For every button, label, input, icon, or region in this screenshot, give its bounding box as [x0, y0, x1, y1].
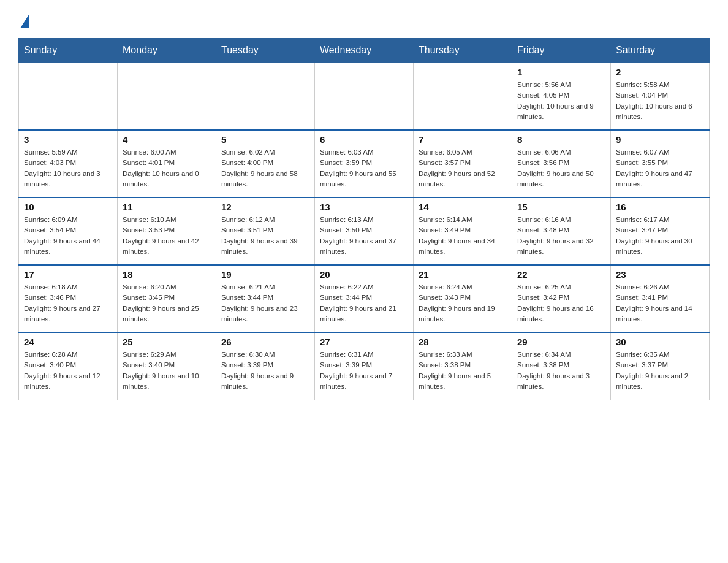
day-info: Sunrise: 6:13 AMSunset: 3:50 PMDaylight:… [320, 215, 408, 257]
logo [18, 12, 29, 26]
day-info: Sunrise: 5:58 AMSunset: 4:04 PMDaylight:… [616, 80, 704, 122]
calendar-cell: 15Sunrise: 6:16 AMSunset: 3:48 PMDayligh… [512, 197, 611, 265]
day-number: 7 [419, 134, 507, 145]
day-number: 24 [24, 337, 112, 347]
day-number: 19 [221, 269, 309, 280]
calendar-cell: 27Sunrise: 6:31 AMSunset: 3:39 PMDayligh… [315, 332, 414, 400]
weekday-header-sunday: Sunday [19, 39, 118, 63]
day-number: 13 [320, 202, 408, 212]
calendar-cell: 7Sunrise: 6:05 AMSunset: 3:57 PMDaylight… [414, 130, 512, 197]
calendar-cell: 17Sunrise: 6:18 AMSunset: 3:46 PMDayligh… [19, 265, 118, 332]
day-info: Sunrise: 6:06 AMSunset: 3:56 PMDaylight:… [517, 147, 605, 190]
day-number: 16 [616, 202, 704, 212]
day-info: Sunrise: 6:35 AMSunset: 3:37 PMDaylight:… [616, 350, 704, 392]
day-info: Sunrise: 6:26 AMSunset: 3:41 PMDaylight:… [616, 282, 704, 324]
day-number: 18 [123, 269, 211, 280]
day-info: Sunrise: 6:31 AMSunset: 3:39 PMDaylight:… [320, 350, 408, 392]
day-info: Sunrise: 6:05 AMSunset: 3:57 PMDaylight:… [419, 147, 507, 190]
calendar-cell: 14Sunrise: 6:14 AMSunset: 3:49 PMDayligh… [414, 197, 512, 265]
day-info: Sunrise: 6:29 AMSunset: 3:40 PMDaylight:… [123, 350, 211, 392]
calendar-cell: 19Sunrise: 6:21 AMSunset: 3:44 PMDayligh… [216, 265, 315, 332]
weekday-header-friday: Friday [512, 39, 611, 63]
calendar-cell: 3Sunrise: 5:59 AMSunset: 4:03 PMDaylight… [19, 130, 118, 197]
day-info: Sunrise: 6:12 AMSunset: 3:51 PMDaylight:… [221, 215, 309, 257]
calendar-cell: 12Sunrise: 6:12 AMSunset: 3:51 PMDayligh… [216, 197, 315, 265]
weekday-header-tuesday: Tuesday [216, 39, 315, 63]
day-info: Sunrise: 6:07 AMSunset: 3:55 PMDaylight:… [616, 147, 704, 190]
logo-triangle-icon [20, 15, 29, 28]
day-number: 22 [517, 269, 605, 280]
calendar-cell: 25Sunrise: 6:29 AMSunset: 3:40 PMDayligh… [118, 332, 216, 400]
day-number: 29 [517, 337, 605, 347]
day-number: 26 [221, 337, 309, 347]
day-info: Sunrise: 6:30 AMSunset: 3:39 PMDaylight:… [221, 350, 309, 392]
weekday-header-row: SundayMondayTuesdayWednesdayThursdayFrid… [19, 39, 710, 63]
day-number: 30 [616, 337, 704, 347]
day-number: 2 [616, 67, 704, 77]
calendar-cell: 28Sunrise: 6:33 AMSunset: 3:38 PMDayligh… [414, 332, 512, 400]
calendar-cell: 29Sunrise: 6:34 AMSunset: 3:38 PMDayligh… [512, 332, 611, 400]
day-number: 9 [616, 134, 704, 145]
day-info: Sunrise: 6:02 AMSunset: 4:00 PMDaylight:… [221, 147, 309, 190]
calendar-cell: 10Sunrise: 6:09 AMSunset: 3:54 PMDayligh… [19, 197, 118, 265]
day-info: Sunrise: 6:21 AMSunset: 3:44 PMDaylight:… [221, 282, 309, 324]
weekday-header-saturday: Saturday [611, 39, 710, 63]
calendar-table: SundayMondayTuesdayWednesdayThursdayFrid… [18, 38, 710, 400]
calendar-cell: 8Sunrise: 6:06 AMSunset: 3:56 PMDaylight… [512, 130, 611, 197]
day-number: 21 [419, 269, 507, 280]
day-info: Sunrise: 6:25 AMSunset: 3:42 PMDaylight:… [517, 282, 605, 324]
day-info: Sunrise: 6:03 AMSunset: 3:59 PMDaylight:… [320, 147, 408, 190]
calendar-cell: 16Sunrise: 6:17 AMSunset: 3:47 PMDayligh… [611, 197, 710, 265]
calendar-week-row: 1Sunrise: 5:56 AMSunset: 4:05 PMDaylight… [19, 63, 710, 130]
day-info: Sunrise: 6:00 AMSunset: 4:01 PMDaylight:… [123, 147, 211, 190]
day-info: Sunrise: 6:09 AMSunset: 3:54 PMDaylight:… [24, 215, 112, 257]
day-info: Sunrise: 6:22 AMSunset: 3:44 PMDaylight:… [320, 282, 408, 324]
day-number: 5 [221, 134, 309, 145]
calendar-cell: 5Sunrise: 6:02 AMSunset: 4:00 PMDaylight… [216, 130, 315, 197]
weekday-header-wednesday: Wednesday [315, 39, 414, 63]
calendar-cell: 4Sunrise: 6:00 AMSunset: 4:01 PMDaylight… [118, 130, 216, 197]
calendar-cell: 22Sunrise: 6:25 AMSunset: 3:42 PMDayligh… [512, 265, 611, 332]
calendar-cell: 9Sunrise: 6:07 AMSunset: 3:55 PMDaylight… [611, 130, 710, 197]
calendar-cell [118, 63, 216, 130]
day-number: 10 [24, 202, 112, 212]
calendar-week-row: 3Sunrise: 5:59 AMSunset: 4:03 PMDaylight… [19, 130, 710, 197]
day-number: 14 [419, 202, 507, 212]
day-info: Sunrise: 6:17 AMSunset: 3:47 PMDaylight:… [616, 215, 704, 257]
day-number: 11 [123, 202, 211, 212]
day-info: Sunrise: 6:20 AMSunset: 3:45 PMDaylight:… [123, 282, 211, 324]
calendar-cell: 11Sunrise: 6:10 AMSunset: 3:53 PMDayligh… [118, 197, 216, 265]
calendar-week-row: 17Sunrise: 6:18 AMSunset: 3:46 PMDayligh… [19, 265, 710, 332]
day-info: Sunrise: 5:56 AMSunset: 4:05 PMDaylight:… [517, 80, 605, 122]
day-info: Sunrise: 6:34 AMSunset: 3:38 PMDaylight:… [517, 350, 605, 392]
calendar-cell: 23Sunrise: 6:26 AMSunset: 3:41 PMDayligh… [611, 265, 710, 332]
calendar-cell: 20Sunrise: 6:22 AMSunset: 3:44 PMDayligh… [315, 265, 414, 332]
day-info: Sunrise: 6:16 AMSunset: 3:48 PMDaylight:… [517, 215, 605, 257]
calendar-week-row: 10Sunrise: 6:09 AMSunset: 3:54 PMDayligh… [19, 197, 710, 265]
calendar-cell: 1Sunrise: 5:56 AMSunset: 4:05 PMDaylight… [512, 63, 611, 130]
day-number: 3 [24, 134, 112, 145]
day-info: Sunrise: 6:28 AMSunset: 3:40 PMDaylight:… [24, 350, 112, 392]
calendar-cell: 2Sunrise: 5:58 AMSunset: 4:04 PMDaylight… [611, 63, 710, 130]
day-info: Sunrise: 6:10 AMSunset: 3:53 PMDaylight:… [123, 215, 211, 257]
calendar-cell [414, 63, 512, 130]
page-header [18, 12, 710, 26]
day-number: 6 [320, 134, 408, 145]
weekday-header-monday: Monday [118, 39, 216, 63]
calendar-week-row: 24Sunrise: 6:28 AMSunset: 3:40 PMDayligh… [19, 332, 710, 400]
day-info: Sunrise: 6:18 AMSunset: 3:46 PMDaylight:… [24, 282, 112, 324]
calendar-cell [315, 63, 414, 130]
day-number: 20 [320, 269, 408, 280]
day-info: Sunrise: 6:24 AMSunset: 3:43 PMDaylight:… [419, 282, 507, 324]
calendar-cell [19, 63, 118, 130]
calendar-cell: 24Sunrise: 6:28 AMSunset: 3:40 PMDayligh… [19, 332, 118, 400]
day-number: 12 [221, 202, 309, 212]
calendar-cell: 13Sunrise: 6:13 AMSunset: 3:50 PMDayligh… [315, 197, 414, 265]
day-number: 27 [320, 337, 408, 347]
day-info: Sunrise: 5:59 AMSunset: 4:03 PMDaylight:… [24, 147, 112, 190]
day-number: 28 [419, 337, 507, 347]
calendar-cell [216, 63, 315, 130]
calendar-cell: 26Sunrise: 6:30 AMSunset: 3:39 PMDayligh… [216, 332, 315, 400]
calendar-cell: 30Sunrise: 6:35 AMSunset: 3:37 PMDayligh… [611, 332, 710, 400]
day-number: 8 [517, 134, 605, 145]
